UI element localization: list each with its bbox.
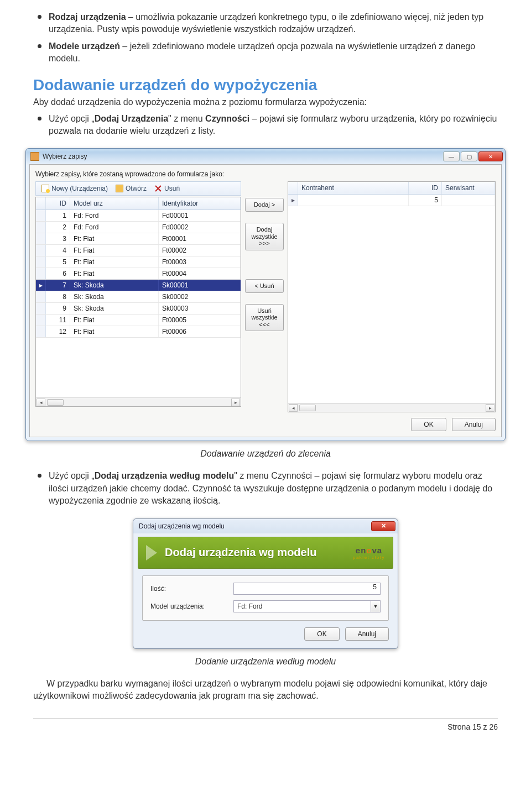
bullet-list-mid2: Użyć opcji „Dodaj urządzenia według mode… (33, 470, 498, 507)
table-row[interactable]: 8Sk: SkodaSk00002 (36, 291, 241, 303)
table-row[interactable]: 1Fd: FordFd00001 (36, 210, 241, 222)
list-item: Modele urządzeń – jeżeli zdefiniowano mo… (49, 40, 498, 65)
model-label: Model urządzenia: (150, 603, 233, 610)
list-item: Użyć opcji „Dodaj Urządzenia" z menu Czy… (49, 113, 498, 138)
bullet-bold: Rodzaj urządzenia (49, 12, 126, 22)
horizontal-scrollbar[interactable]: ◂▸ (288, 403, 495, 412)
bullet-list-mid: Użyć opcji „Dodaj Urządzenia" z menu Czy… (33, 113, 498, 138)
col-model[interactable]: Model urz (70, 197, 159, 209)
select-value: Fd: Ford (233, 600, 371, 612)
bullet-bold: Modele urządzeń (49, 41, 120, 51)
dialog-titlebar[interactable]: Dodaj urządzenia wg modelu ✕ (133, 519, 398, 533)
ok-button[interactable]: OK (304, 627, 339, 641)
cancel-button[interactable]: Anuluj (345, 627, 389, 641)
right-grid[interactable]: Kontrahent ID Serwisant ▸ 5 (288, 181, 496, 412)
app-icon (30, 152, 39, 161)
table-row[interactable]: 9Sk: SkodaSk00003 (36, 303, 241, 315)
delete-icon (154, 185, 162, 192)
table-row[interactable]: 6Ft: FiatFt00004 (36, 268, 241, 280)
remove-button[interactable]: < Usuń (245, 279, 284, 293)
grid-header: Kontrahent ID Serwisant (288, 182, 495, 195)
qty-label: Ilość: (150, 585, 233, 593)
bullet-list-top: Rodzaj urządzenia – umożliwia pokazanie … (33, 11, 498, 65)
table-row[interactable]: 5Ft: FiatFt00003 (36, 256, 241, 268)
dialog-titlebar[interactable]: Wybierz zapisy — ▢ ✕ (26, 149, 505, 164)
grid-toolbar: Nowy (Urządzenia) Otwórz Usuń (35, 181, 241, 196)
table-row[interactable]: 11Ft: FiatFt00005 (36, 315, 241, 326)
add-button[interactable]: Dodaj > (245, 198, 284, 212)
add-by-model-dialog: Dodaj urządzenia wg modelu ✕ Dodaj urząd… (133, 518, 398, 649)
col-id[interactable]: ID (46, 197, 70, 209)
table-row[interactable]: 12Ft: FiatFt00006 (36, 326, 241, 338)
new-icon (41, 185, 49, 192)
close-button[interactable]: ✕ (478, 151, 503, 161)
dialog-title: Wybierz zapisy (43, 153, 443, 160)
chevron-down-icon[interactable]: ▼ (371, 600, 381, 612)
dialog-instruction: Wybierz zapisy, które zostaną wprowadzon… (35, 170, 496, 178)
brand-logo: enova pakiet złoty (353, 546, 385, 560)
grid-header: ID Model urz Identyfikator (36, 197, 241, 210)
close-button[interactable]: ✕ (371, 521, 395, 531)
cancel-button[interactable]: Anuluj (452, 418, 496, 431)
remove-all-button[interactable]: Usuńwszystkie<<< (245, 304, 284, 332)
col-serwisant[interactable]: Serwisant (442, 182, 495, 194)
toolbar-open[interactable]: Otwórz (112, 184, 150, 193)
table-row[interactable]: 2Fd: FordFd00002 (36, 222, 241, 233)
page-number: Strona 15 z 26 (447, 722, 498, 731)
page-footer: Strona 15 z 26 (33, 719, 498, 731)
table-row[interactable]: 4Ft: FiatFt00002 (36, 245, 241, 256)
select-records-dialog: Wybierz zapisy — ▢ ✕ Wybierz zapisy, któ… (25, 148, 506, 441)
col-ident[interactable]: Identyfikator (159, 197, 241, 209)
dialog-banner: Dodaj urządzenia wg modelu enova pakiet … (138, 537, 393, 569)
play-icon (146, 545, 157, 560)
table-row[interactable]: ▸7Sk: SkodaSk00001 (36, 280, 241, 291)
minimize-button[interactable]: — (443, 151, 460, 161)
col-kontrahent[interactable]: Kontrahent (298, 182, 409, 194)
closing-paragraph: W przypadku barku wymaganej ilości urząd… (33, 678, 498, 703)
figure-caption: Dodanie urządzenia według modelu (33, 657, 498, 667)
toolbar-delete[interactable]: Usuń (151, 184, 183, 193)
left-grid[interactable]: ID Model urz Identyfikator 1Fd: FordFd00… (35, 197, 241, 407)
table-row[interactable]: ▸ 5 (288, 195, 495, 206)
figure-caption: Dodawanie urządzeń do zlecenia (33, 449, 498, 459)
section-heading: Dodawanie urządzeń do wypożyczenia (33, 76, 498, 94)
qty-input[interactable]: 5 (233, 583, 381, 595)
table-row[interactable]: 3Ft: FiatFt00001 (36, 233, 241, 245)
dialog-title: Dodaj urządzenia wg modelu (139, 522, 371, 530)
banner-title: Dodaj urządzenia wg modelu (165, 546, 316, 559)
horizontal-scrollbar[interactable]: ◂▸ (36, 397, 241, 406)
add-all-button[interactable]: Dodajwszystkie>>> (245, 223, 284, 250)
open-icon (116, 185, 123, 192)
model-select[interactable]: Fd: Ford ▼ (233, 600, 381, 612)
ok-button[interactable]: OK (411, 418, 446, 431)
toolbar-new[interactable]: Nowy (Urządzenia) (38, 184, 111, 193)
maximize-button[interactable]: ▢ (461, 151, 477, 161)
form-panel: Ilość: 5 Model urządzenia: Fd: Ford ▼ (142, 575, 389, 621)
list-item: Użyć opcji „Dodaj urządzenia według mode… (49, 470, 498, 507)
section-intro: Aby dodać urządzenia do wypożyczenia moż… (33, 97, 498, 107)
col-id[interactable]: ID (409, 182, 442, 194)
list-item: Rodzaj urządzenia – umożliwia pokazanie … (49, 11, 498, 36)
